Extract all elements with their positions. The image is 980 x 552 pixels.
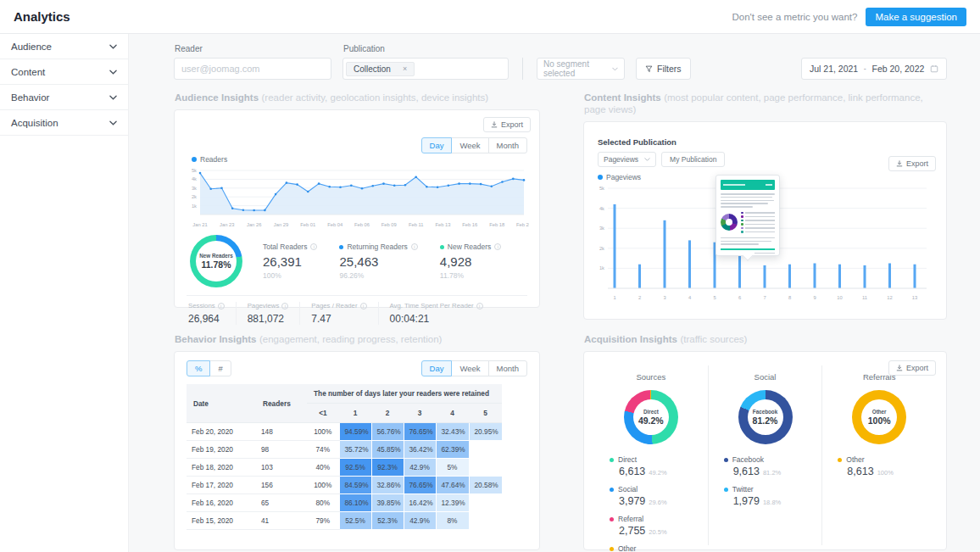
info-icon: i	[281, 303, 288, 309]
svg-text:Feb 16: Feb 16	[462, 222, 477, 227]
legend-dot	[610, 547, 614, 551]
donut-center: Facebook81.2%	[748, 399, 783, 435]
kpi-label-text: Pages / Reader	[311, 302, 357, 309]
legend-item-social: Social3,97929.6%	[610, 485, 693, 507]
publication-tag-label: Collection	[354, 64, 391, 74]
content-export-button[interactable]: Export	[888, 156, 936, 171]
cohort-value-cell: 8%	[436, 512, 469, 530]
audience-panel-title: Audience Insights (reader activity, geol…	[175, 92, 540, 103]
reader-label: Reader	[175, 44, 331, 53]
cohort-retention-header: The number of days later your readers we…	[307, 384, 502, 404]
filters-button[interactable]: Filters	[636, 58, 691, 80]
content-insights-panel: Content Insights (most popular content, …	[583, 92, 947, 320]
segment-select[interactable]: No segment selected	[537, 58, 625, 80]
behavior-toggle-week[interactable]: Week	[451, 360, 488, 376]
kpi-label-text: Sessions	[188, 302, 215, 309]
legend-dot	[610, 517, 614, 521]
svg-text:Feb 01: Feb 01	[300, 222, 315, 227]
info-icon: i	[218, 303, 225, 309]
behavior-title-text: Behavior Insights	[175, 334, 257, 344]
sidebar-item-audience[interactable]: Audience	[0, 34, 128, 59]
behavior-unit-percent[interactable]: %	[187, 360, 210, 376]
acquisition-panel-title: Acquisition Insights (traffic sources)	[584, 333, 947, 345]
cohort-value-cell	[469, 512, 502, 530]
kpi-label: Avg. Time Spent Per Readeri	[390, 302, 483, 309]
legend-dot	[724, 458, 728, 462]
publication-tag[interactable]: Collection ×	[346, 62, 415, 76]
audience-subtitle-text: (reader activity, geolocation insights, …	[262, 92, 489, 103]
metric-select[interactable]: Pageviews	[598, 152, 656, 167]
publication-name-box[interactable]: My Publication	[661, 152, 725, 167]
acquisition-column-sources: SourcesDirect49.2%Direct6,61349.2%Social…	[594, 365, 708, 545]
cohort-day-column: 4	[436, 404, 469, 423]
audience-export-button[interactable]: Export	[483, 117, 531, 132]
legend-value: 6,61349.2%	[619, 466, 693, 477]
stat-value: 26,391	[263, 254, 317, 269]
cohort-value-cell: 20.95%	[469, 423, 502, 441]
donut-center-value: 81.2%	[753, 415, 778, 426]
chevron-down-icon	[109, 95, 117, 100]
donut-center-value: 49.2%	[638, 415, 664, 426]
acquisition-insights-panel: Acquisition Insights (traffic sources) E…	[583, 333, 947, 550]
content-panel-title: Content Insights (most popular content, …	[584, 92, 947, 115]
stat-legend-dot	[440, 245, 444, 249]
acquisition-legend: Direct6,61349.2%Social3,97929.6%Referral…	[610, 455, 693, 552]
svg-text:Feb 11: Feb 11	[409, 222, 424, 227]
audience-toggle-week[interactable]: Week	[451, 137, 488, 153]
page-title: Analytics	[14, 9, 70, 24]
legend-label: Other	[846, 455, 864, 464]
publication-preview-popover	[716, 175, 780, 256]
cohort-value-cell: 32.43%	[436, 423, 469, 441]
filter-bar: Reader Publication Collection × No segme…	[174, 44, 947, 80]
cohort-value-cell: 92.3%	[371, 459, 404, 477]
cohort-date-cell: Feb 18, 2020	[187, 459, 256, 477]
audience-toggle-month[interactable]: Month	[488, 137, 527, 153]
publication-label: Publication	[343, 44, 509, 53]
stat-label: New Readersi	[440, 243, 502, 251]
legend-percent: 81.2%	[763, 469, 781, 477]
svg-text:Feb 18: Feb 18	[489, 222, 504, 227]
acquisition-column-title: Sources	[610, 372, 693, 382]
kpi-value: 7.47	[311, 313, 366, 325]
sidebar-item-label: Acquisition	[11, 118, 58, 128]
publication-input[interactable]: Collection ×	[342, 58, 509, 80]
sidebar-item-acquisition[interactable]: Acquisition	[0, 110, 128, 136]
acquisition-column-referrals: ReferralsOther100%Other8,613100%	[821, 365, 936, 545]
stat-new-readers: New Readersi4,92811.78%	[440, 243, 502, 280]
pageviews-legend-dot	[598, 175, 603, 180]
remove-tag-icon[interactable]: ×	[403, 64, 407, 73]
cohort-readers-cell: 156	[256, 477, 307, 494]
acquisition-export-button[interactable]: Export	[888, 360, 936, 376]
cohort-value-cell: 100%	[307, 423, 339, 441]
svg-text:11: 11	[862, 295, 867, 300]
legend-dot	[724, 488, 728, 492]
behavior-view-toggle: DayWeekMonth	[421, 360, 527, 376]
stat-legend-dot	[339, 245, 343, 249]
cohort-value-cell: 42.9%	[404, 512, 436, 530]
svg-text:9: 9	[813, 295, 816, 300]
date-range-picker[interactable]: Jul 21, 2021 - Feb 20, 2022	[801, 58, 947, 80]
svg-text:4: 4	[688, 295, 692, 300]
make-suggestion-button[interactable]: Make a suggestion	[866, 8, 966, 26]
legend-label: Other	[618, 544, 636, 552]
cohort-value-cell: 40%	[307, 459, 339, 477]
svg-text:2k: 2k	[599, 246, 604, 251]
kpi-label: Sessionsi	[188, 302, 225, 309]
cohort-day-column: <1	[307, 404, 339, 423]
behavior-toggle-month[interactable]: Month	[488, 360, 527, 376]
legend-label: Direct	[618, 455, 637, 464]
behavior-unit-count[interactable]: #	[209, 360, 231, 376]
audience-toggle-day[interactable]: Day	[421, 137, 453, 153]
topbar: Analytics Don't see a metric you want? M…	[0, 0, 980, 34]
svg-text:2k: 2k	[192, 194, 197, 199]
cohort-value-cell: 76.65%	[404, 423, 436, 441]
table-row: Feb 19, 20209874%35.72%45.85%36.42%62.39…	[187, 441, 502, 459]
reader-input[interactable]	[174, 58, 331, 80]
legend-value: 9,61381.2%	[733, 466, 807, 477]
stat-value: 25,463	[339, 254, 417, 269]
sidebar-item-behavior[interactable]: Behavior	[0, 85, 128, 110]
stat-value: 4,928	[440, 254, 502, 269]
acquisition-subtitle-text: (traffic sources)	[680, 334, 747, 344]
sidebar-item-content[interactable]: Content	[0, 59, 128, 85]
behavior-toggle-day[interactable]: Day	[421, 360, 453, 376]
